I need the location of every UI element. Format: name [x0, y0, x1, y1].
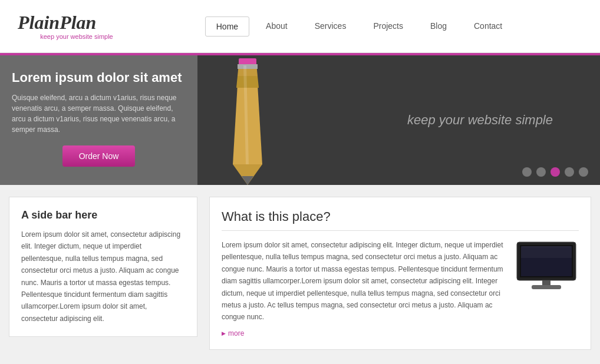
- monitor-svg: [514, 239, 579, 292]
- article-body-wrap: Lorem ipsum dolor sit amet, consectetur …: [222, 239, 579, 323]
- svg-marker-2: [236, 76, 259, 88]
- nav-about[interactable]: About: [255, 16, 298, 37]
- dot-4[interactable]: [565, 167, 574, 177]
- article-text: Lorem ipsum dolor sit amet, consectetur …: [222, 239, 505, 323]
- sidebar-title: A side bar here: [21, 209, 185, 221]
- article-divider: [222, 230, 579, 231]
- nav-blog[interactable]: Blog: [420, 16, 457, 37]
- article-image: [514, 239, 579, 323]
- main-nav: Home About Services Projects Blog Contac…: [136, 16, 582, 37]
- svg-marker-4: [242, 176, 253, 185]
- main-content: A side bar here Lorem ipsum dolor sit am…: [0, 185, 600, 362]
- dot-2[interactable]: [536, 167, 546, 177]
- sidebar: A side bar here Lorem ipsum dolor sit am…: [9, 197, 197, 350]
- order-now-button[interactable]: Order Now: [62, 145, 136, 167]
- hero-section: Lorem ipsum dolor sit amet Quisque eleif…: [0, 55, 600, 185]
- nav-projects[interactable]: Projects: [362, 16, 414, 37]
- nav-services[interactable]: Services: [304, 16, 357, 37]
- nav-home[interactable]: Home: [205, 16, 249, 37]
- header: PlainPlan keep your website simple Home …: [0, 0, 600, 53]
- svg-rect-11: [521, 246, 572, 258]
- logo[interactable]: PlainPlan: [18, 13, 136, 32]
- hero-right-panel: keep your website simple: [197, 55, 600, 185]
- logo-area: PlainPlan keep your website simple: [18, 13, 136, 40]
- logo-tagline: keep your website simple: [18, 33, 136, 40]
- dot-5[interactable]: [579, 167, 588, 177]
- hero-title: Lorem ipsum dolor sit amet: [12, 70, 186, 85]
- article-title: What is this place?: [222, 209, 579, 224]
- sidebar-card: A side bar here Lorem ipsum dolor sit am…: [9, 197, 197, 337]
- more-link[interactable]: more: [222, 329, 579, 337]
- pencil-illustration: [209, 55, 304, 185]
- hero-tagline: keep your website simple: [407, 112, 553, 128]
- dot-3[interactable]: [550, 167, 560, 177]
- svg-rect-6: [238, 64, 258, 69]
- pencil-svg: [209, 58, 286, 185]
- svg-rect-13: [532, 285, 561, 289]
- hero-body: Quisque eleifend, arcu a dictum v1arius,…: [12, 92, 186, 135]
- dot-1[interactable]: [522, 167, 532, 177]
- main-article: What is this place? Lorem ipsum dolor si…: [209, 197, 591, 350]
- sidebar-text: Lorem ipsum dolor sit amet, consectetur …: [21, 229, 185, 325]
- slider-dots: [522, 167, 588, 177]
- hero-left-panel: Lorem ipsum dolor sit amet Quisque eleif…: [0, 55, 197, 185]
- nav-contact[interactable]: Contact: [463, 16, 513, 37]
